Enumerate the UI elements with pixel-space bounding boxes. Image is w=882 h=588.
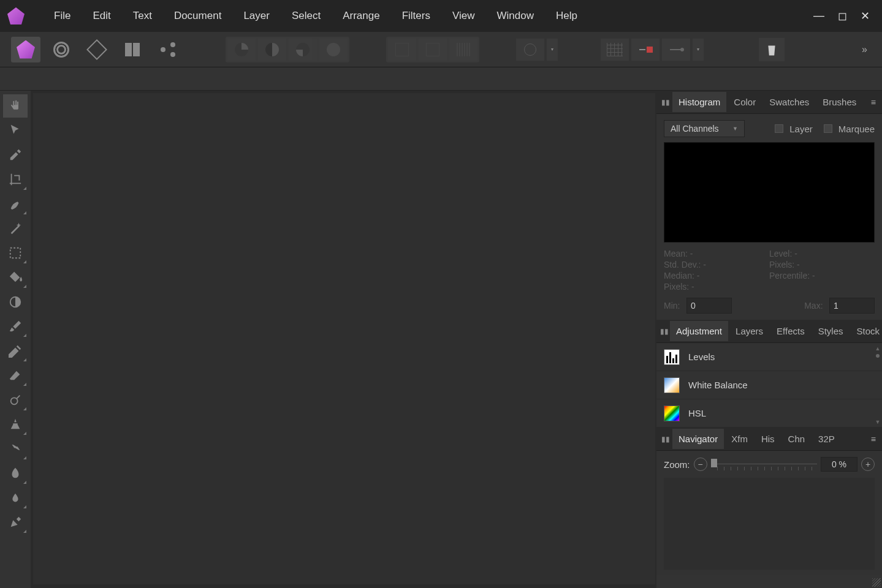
- persona-export-button[interactable]: [153, 37, 183, 62]
- menu-edit[interactable]: Edit: [82, 6, 121, 26]
- app-icon: [7, 7, 25, 24]
- max-input[interactable]: [829, 298, 875, 314]
- persona-photo-button[interactable]: [11, 37, 40, 62]
- navigator-preview[interactable]: [664, 478, 875, 570]
- tab-effects[interactable]: Effects: [770, 321, 811, 341]
- channels-dropdown[interactable]: All Channels ▼: [664, 120, 745, 137]
- stat-median: Median: -: [664, 271, 769, 281]
- persona-tone-button[interactable]: [118, 37, 147, 62]
- panel-collapse-button[interactable]: ▮▮: [660, 325, 669, 338]
- menu-window[interactable]: Window: [485, 6, 544, 26]
- pencil-tool[interactable]: [3, 339, 28, 363]
- paint-brush-tool[interactable]: [3, 315, 28, 338]
- toolbar-shape-2[interactable]: [258, 39, 286, 61]
- adjustment-scrollbar[interactable]: ▲ ▼: [875, 345, 881, 425]
- toolbar-group-doc: [386, 37, 479, 62]
- tab-layers[interactable]: Layers: [729, 321, 769, 341]
- menu-select[interactable]: Select: [281, 6, 332, 26]
- toolbar-shape-1[interactable]: [227, 39, 256, 61]
- smudge-tool[interactable]: [3, 462, 28, 485]
- menu-view[interactable]: View: [441, 6, 486, 26]
- toolbar-doc-2[interactable]: [419, 39, 447, 61]
- zoom-out-button[interactable]: −: [694, 458, 707, 471]
- flood-fill-tool[interactable]: [3, 266, 28, 289]
- zoom-value[interactable]: 0 %: [821, 457, 857, 472]
- persona-liquify-button[interactable]: [47, 37, 76, 62]
- menu-help[interactable]: Help: [545, 6, 588, 26]
- tab-color[interactable]: Color: [728, 92, 762, 112]
- blur-tool[interactable]: [3, 486, 28, 510]
- toolbar-doc-1[interactable]: [388, 39, 416, 61]
- menu-layer[interactable]: Layer: [232, 6, 281, 26]
- toolbar-overflow-button[interactable]: »: [858, 44, 871, 55]
- tab-chn[interactable]: Chn: [782, 429, 812, 449]
- inpaint-tool[interactable]: [3, 437, 28, 461]
- panel-menu-button[interactable]: ≡: [869, 95, 878, 110]
- toolbar: ▾ ▾ »: [0, 32, 882, 67]
- dodge-tool[interactable]: [3, 388, 28, 412]
- tab-adjustment[interactable]: Adjustment: [670, 321, 728, 341]
- layer-checkbox[interactable]: [775, 124, 783, 133]
- menu-file[interactable]: File: [43, 6, 82, 26]
- tab-brushes[interactable]: Brushes: [816, 92, 862, 112]
- tab-32p[interactable]: 32P: [812, 429, 841, 449]
- adjustment-white-balance[interactable]: White Balance: [656, 371, 882, 399]
- menu-document[interactable]: Document: [163, 6, 232, 26]
- toolbar-shape-4[interactable]: [319, 39, 348, 61]
- tab-stock[interactable]: Stock: [851, 321, 882, 341]
- delete-button[interactable]: [759, 38, 785, 61]
- menu-arrange[interactable]: Arrange: [332, 6, 390, 26]
- maximize-button[interactable]: ◻: [838, 9, 847, 23]
- panel-collapse-button[interactable]: ▮▮: [660, 432, 671, 446]
- marquee-tool[interactable]: [3, 241, 28, 265]
- menu-filters[interactable]: Filters: [391, 6, 441, 26]
- zoom-slider-thumb[interactable]: [711, 459, 717, 467]
- snapping-point-button[interactable]: [662, 39, 690, 61]
- clone-tool[interactable]: [3, 413, 28, 436]
- tab-xfm[interactable]: Xfm: [725, 429, 754, 449]
- magic-wand-tool[interactable]: [3, 217, 28, 240]
- marquee-checkbox[interactable]: [824, 124, 832, 133]
- persona-develop-button[interactable]: [82, 37, 112, 62]
- snapping-grid-button[interactable]: [601, 39, 629, 61]
- selection-brush-tool[interactable]: [3, 192, 28, 216]
- eraser-icon: [9, 369, 22, 382]
- quick-mask-button[interactable]: [516, 39, 544, 61]
- panel-collapse-button[interactable]: ▮▮: [660, 96, 671, 109]
- close-button[interactable]: ✕: [861, 9, 870, 23]
- adjustment-hsl[interactable]: HSL: [656, 399, 882, 428]
- tab-histogram[interactable]: Histogram: [672, 92, 726, 112]
- erase-brush-tool[interactable]: [3, 364, 28, 387]
- tab-styles[interactable]: Styles: [812, 321, 850, 341]
- menu-text[interactable]: Text: [122, 6, 163, 26]
- min-input[interactable]: [686, 298, 732, 314]
- magic-wand-icon: [9, 222, 22, 235]
- window-resize-grip[interactable]: [872, 578, 881, 587]
- stat-mean: Mean: -: [664, 249, 769, 258]
- max-label: Max:: [804, 301, 823, 311]
- toolbar-doc-3[interactable]: [449, 39, 477, 61]
- toolbar-snapping-group: ▾: [601, 39, 704, 61]
- color-picker-tool[interactable]: [3, 143, 28, 167]
- adjustment-label: Levels: [688, 352, 715, 362]
- panel-menu-button[interactable]: ≡: [869, 432, 878, 447]
- minimize-button[interactable]: —: [813, 9, 824, 23]
- tab-navigator[interactable]: Navigator: [672, 429, 724, 449]
- adjustment-levels[interactable]: Levels: [656, 343, 882, 371]
- tab-swatches[interactable]: Swatches: [763, 92, 815, 112]
- move-tool[interactable]: [3, 119, 28, 142]
- crop-tool[interactable]: [3, 168, 28, 191]
- quick-mask-dropdown[interactable]: ▾: [547, 39, 558, 61]
- snapping-dropdown[interactable]: ▾: [693, 39, 704, 61]
- tab-his[interactable]: His: [755, 429, 781, 449]
- document-canvas[interactable]: [33, 93, 655, 584]
- stat-level: Level: -: [769, 249, 875, 258]
- clone-icon: [9, 418, 22, 431]
- gradient-tool[interactable]: [3, 290, 28, 314]
- toolbar-shape-3[interactable]: [289, 39, 317, 61]
- zoom-in-button[interactable]: +: [861, 458, 875, 471]
- zoom-slider[interactable]: [711, 458, 817, 471]
- pen-tool[interactable]: [3, 511, 28, 534]
- view-tool[interactable]: [3, 94, 28, 118]
- snapping-force-button[interactable]: [631, 39, 660, 61]
